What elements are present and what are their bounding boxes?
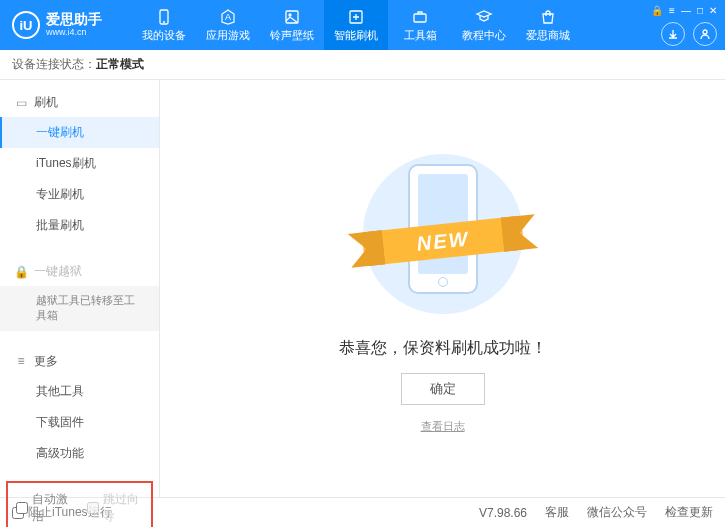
svg-point-7: [703, 30, 707, 34]
logo-area: iU 爱思助手 www.i4.cn: [12, 11, 132, 39]
skip-guide-checkbox[interactable]: 跳过向导: [87, 491, 144, 525]
status-bar: 设备连接状态： 正常模式: [0, 50, 725, 80]
lock-icon[interactable]: 🔒: [651, 5, 663, 16]
app-name: 爱思助手: [46, 12, 102, 27]
tab-store[interactable]: 爱思商城: [516, 0, 580, 50]
svg-text:A: A: [225, 12, 231, 22]
status-value: 正常模式: [96, 56, 144, 73]
window-controls: 🔒 ≡ — □ ✕: [651, 5, 717, 16]
device-icon: [155, 8, 173, 26]
app-url: www.i4.cn: [46, 28, 102, 38]
success-message: 恭喜您，保资料刷机成功啦！: [339, 338, 547, 359]
svg-rect-6: [414, 14, 426, 22]
auto-activate-checkbox[interactable]: 自动激活: [16, 491, 73, 525]
tab-toolbox[interactable]: 工具箱: [388, 0, 452, 50]
sidebar-item-batch-flash[interactable]: 批量刷机: [0, 210, 159, 241]
tutorial-icon: [475, 8, 493, 26]
sidebar-item-itunes-flash[interactable]: iTunes刷机: [0, 148, 159, 179]
sidebar-section-more[interactable]: ≡ 更多: [0, 347, 159, 376]
toolbox-icon: [411, 8, 429, 26]
tab-tutorial[interactable]: 教程中心: [452, 0, 516, 50]
wallpaper-icon: [283, 8, 301, 26]
store-icon: [539, 8, 557, 26]
tab-my-device[interactable]: 我的设备: [132, 0, 196, 50]
close-icon[interactable]: ✕: [709, 5, 717, 16]
title-bar: iU 爱思助手 www.i4.cn 我的设备 A 应用游戏 铃声壁纸 智能刷机 …: [0, 0, 725, 50]
sidebar-item-one-key-flash[interactable]: 一键刷机: [0, 117, 159, 148]
maximize-icon[interactable]: □: [697, 5, 703, 16]
version-label: V7.98.66: [479, 506, 527, 520]
sidebar-item-pro-flash[interactable]: 专业刷机: [0, 179, 159, 210]
lock-icon: 🔒: [14, 265, 28, 279]
flash-section-icon: ▭: [14, 96, 28, 110]
more-icon: ≡: [14, 354, 28, 368]
ok-button[interactable]: 确定: [401, 373, 485, 405]
apps-icon: A: [219, 8, 237, 26]
options-highlight-box: 自动激活 跳过向导: [6, 481, 153, 527]
jailbreak-notice: 越狱工具已转移至工具箱: [0, 286, 159, 331]
tab-flash[interactable]: 智能刷机: [324, 0, 388, 50]
minimize-icon[interactable]: —: [681, 5, 691, 16]
main-tabs: 我的设备 A 应用游戏 铃声壁纸 智能刷机 工具箱 教程中心 爱思商城: [132, 0, 651, 50]
success-illustration: NEW: [353, 144, 533, 324]
flash-icon: [347, 8, 365, 26]
download-button[interactable]: [661, 22, 685, 46]
svg-point-4: [289, 14, 291, 16]
sidebar-section-jailbreak: 🔒 一键越狱: [0, 257, 159, 286]
status-prefix: 设备连接状态：: [12, 56, 96, 73]
sidebar-item-advanced[interactable]: 高级功能: [0, 438, 159, 469]
sidebar-section-flash[interactable]: ▭ 刷机: [0, 88, 159, 117]
support-link[interactable]: 客服: [545, 504, 569, 521]
sidebar-item-other-tools[interactable]: 其他工具: [0, 376, 159, 407]
user-button[interactable]: [693, 22, 717, 46]
tab-apps[interactable]: A 应用游戏: [196, 0, 260, 50]
menu-icon[interactable]: ≡: [669, 5, 675, 16]
sidebar-item-download-firmware[interactable]: 下载固件: [0, 407, 159, 438]
sidebar: ▭ 刷机 一键刷机 iTunes刷机 专业刷机 批量刷机 🔒 一键越狱 越狱工具…: [0, 80, 160, 497]
check-update-link[interactable]: 检查更新: [665, 504, 713, 521]
logo-icon: iU: [12, 11, 40, 39]
view-log-link[interactable]: 查看日志: [421, 419, 465, 434]
main-area: NEW 恭喜您，保资料刷机成功啦！ 确定 查看日志: [160, 80, 725, 497]
wechat-link[interactable]: 微信公众号: [587, 504, 647, 521]
tab-ringtones[interactable]: 铃声壁纸: [260, 0, 324, 50]
